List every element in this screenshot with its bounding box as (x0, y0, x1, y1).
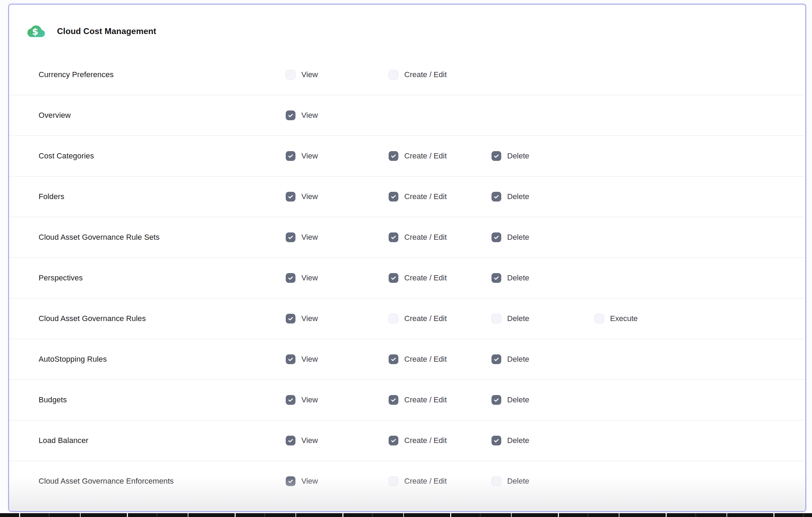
permission-option-create-edit: Create / Edit (389, 314, 492, 323)
permission-option-delete: Delete (492, 232, 594, 242)
permission-label[interactable]: View (301, 111, 318, 120)
permission-label[interactable]: Delete (507, 436, 529, 445)
resource-label: Cost Categories (39, 151, 286, 161)
checkbox-delete-checked[interactable] (492, 395, 501, 405)
permission-label[interactable]: Delete (507, 355, 529, 364)
permission-label[interactable]: View (301, 314, 318, 323)
permission-option-view: View (286, 273, 389, 283)
permission-label[interactable]: View (301, 70, 318, 79)
permission-label[interactable]: View (301, 395, 318, 404)
permission-option-view: View (286, 151, 389, 161)
permission-option-delete: Delete (492, 151, 594, 161)
permission-option-create-edit: Create / Edit (389, 273, 492, 283)
checkbox-view-checked[interactable] (286, 232, 295, 242)
permission-label[interactable]: Create / Edit (404, 355, 447, 364)
checkbox-view-unchecked[interactable] (286, 70, 295, 80)
cloud-dollar-icon: $ (27, 24, 46, 39)
permission-option-create-edit: Create / Edit (389, 476, 492, 486)
checkbox-delete-checked[interactable] (492, 192, 501, 202)
permissions-table: Currency PreferencesViewCreate / EditOve… (9, 54, 805, 501)
checkbox-create-edit-unchecked[interactable] (389, 314, 398, 323)
permission-option-view: View (286, 436, 389, 445)
page-title: Cloud Cost Management (57, 26, 156, 36)
resource-label: Folders (39, 192, 286, 201)
permission-label[interactable]: View (301, 192, 318, 201)
checkbox-delete-checked[interactable] (492, 273, 501, 283)
permission-label[interactable]: View (301, 355, 318, 364)
section-header: $ Cloud Cost Management (9, 24, 805, 39)
table-row-cloud-asset-governance-rules: Cloud Asset Governance RulesViewCreate /… (9, 298, 805, 339)
permission-label[interactable]: Create / Edit (404, 314, 447, 323)
checkbox-delete-checked[interactable] (492, 354, 501, 364)
permission-label[interactable]: View (301, 151, 318, 161)
permission-option-view: View (286, 70, 389, 80)
permission-label[interactable]: View (301, 477, 318, 486)
checkbox-create-edit-checked[interactable] (389, 151, 398, 161)
table-row-load-balancer: Load BalancerViewCreate / EditDelete (9, 420, 805, 461)
permission-option-view: View (286, 354, 389, 364)
permission-label[interactable]: Delete (507, 233, 529, 242)
checkbox-create-edit-checked[interactable] (389, 354, 398, 364)
permission-option-delete: Delete (492, 436, 594, 445)
table-row-autostopping-rules: AutoStopping RulesViewCreate / EditDelet… (9, 339, 805, 379)
permissions-card: $ Cloud Cost Management Currency Prefere… (8, 4, 806, 512)
checkbox-view-checked[interactable] (286, 273, 295, 283)
checkbox-view-checked[interactable] (286, 151, 295, 161)
checkbox-view-checked[interactable] (286, 436, 295, 445)
checkbox-execute-unchecked[interactable] (594, 314, 604, 323)
table-row-overview: OverviewView (9, 95, 805, 136)
permission-option-view: View (286, 314, 389, 323)
permission-option-create-edit: Create / Edit (389, 70, 492, 80)
checkbox-create-edit-checked[interactable] (389, 192, 398, 202)
permission-label[interactable]: Delete (507, 273, 529, 282)
checkbox-delete-unchecked[interactable] (492, 476, 501, 486)
checkbox-delete-unchecked[interactable] (492, 314, 501, 323)
checkbox-create-edit-checked[interactable] (389, 436, 398, 445)
checkbox-view-checked[interactable] (286, 192, 295, 202)
permission-option-delete: Delete (492, 314, 594, 323)
checkbox-view-checked[interactable] (286, 476, 295, 486)
checkbox-create-edit-unchecked[interactable] (389, 476, 398, 486)
resource-label: Cloud Asset Governance Rule Sets (39, 233, 286, 242)
permission-label[interactable]: Create / Edit (404, 233, 447, 242)
checkbox-view-checked[interactable] (286, 314, 295, 323)
permission-option-create-edit: Create / Edit (389, 232, 492, 242)
checkbox-view-checked[interactable] (286, 354, 295, 364)
permission-label[interactable]: Create / Edit (404, 436, 447, 445)
permission-label[interactable]: View (301, 436, 318, 445)
checkbox-create-edit-checked[interactable] (389, 395, 398, 405)
permission-option-create-edit: Create / Edit (389, 151, 492, 161)
checkbox-create-edit-checked[interactable] (389, 273, 398, 283)
checkbox-delete-checked[interactable] (492, 232, 501, 242)
permission-option-create-edit: Create / Edit (389, 354, 492, 364)
permission-option-view: View (286, 395, 389, 405)
permission-option-view: View (286, 476, 389, 486)
checkbox-view-checked[interactable] (286, 110, 295, 120)
permission-label[interactable]: Execute (610, 314, 638, 323)
permission-label[interactable]: Delete (507, 192, 529, 201)
permission-option-delete: Delete (492, 192, 594, 202)
checkbox-delete-checked[interactable] (492, 436, 501, 445)
checkbox-create-edit-unchecked[interactable] (389, 70, 398, 80)
permission-option-create-edit: Create / Edit (389, 395, 492, 405)
permission-label[interactable]: Delete (507, 477, 529, 486)
permission-label[interactable]: Create / Edit (404, 477, 447, 486)
checkbox-delete-checked[interactable] (492, 151, 501, 161)
permission-label[interactable]: Create / Edit (404, 151, 447, 161)
permission-label[interactable]: Create / Edit (404, 395, 447, 404)
permission-label[interactable]: View (301, 233, 318, 242)
permission-label[interactable]: Create / Edit (404, 70, 447, 79)
table-row-budgets: BudgetsViewCreate / EditDelete (9, 379, 805, 420)
permission-option-view: View (286, 232, 389, 242)
permission-label[interactable]: Create / Edit (404, 192, 447, 201)
permission-option-execute: Execute (594, 314, 697, 323)
permission-label[interactable]: Delete (507, 151, 529, 161)
checkbox-create-edit-checked[interactable] (389, 232, 398, 242)
table-row-currency-preferences: Currency PreferencesViewCreate / Edit (9, 54, 805, 95)
checkbox-view-checked[interactable] (286, 395, 295, 405)
resource-label: AutoStopping Rules (39, 355, 286, 364)
permission-label[interactable]: Delete (507, 314, 529, 323)
permission-label[interactable]: Create / Edit (404, 273, 447, 282)
permission-label[interactable]: View (301, 273, 318, 282)
permission-label[interactable]: Delete (507, 395, 529, 404)
